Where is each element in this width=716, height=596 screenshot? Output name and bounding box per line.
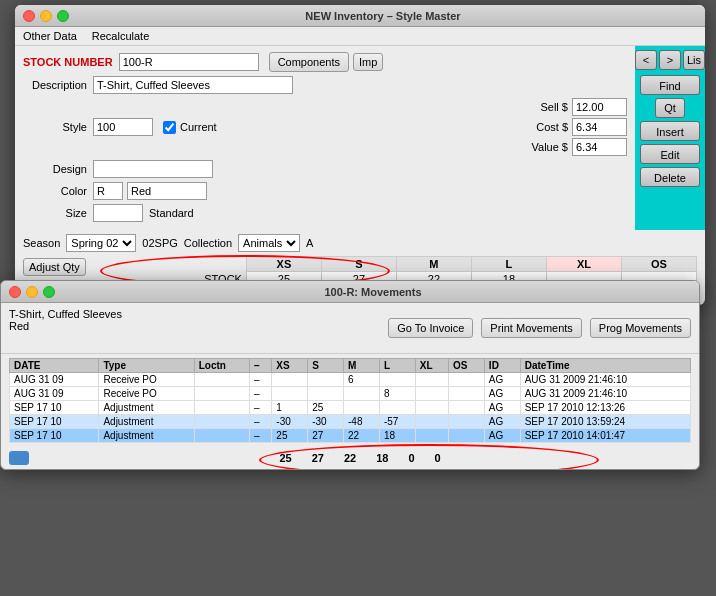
table-cell: 8 [379,387,415,401]
movements-minimize[interactable] [26,286,38,298]
table-cell [415,415,448,429]
season-code: 02SPG [142,237,177,249]
table-cell: – [250,429,272,443]
col-xl: XL [415,359,448,373]
table-cell [272,387,308,401]
value-label: Value $ [522,141,572,153]
table-cell [308,373,344,387]
season-select[interactable]: Spring 02 [66,234,136,252]
list-button-top[interactable]: Lis [683,50,705,70]
table-cell: SEP 17 10 [10,401,99,415]
table-cell: AG [484,387,520,401]
table-cell: -57 [379,415,415,429]
value-input[interactable] [572,138,627,156]
col-id: ID [484,359,520,373]
maximize-button[interactable] [57,10,69,22]
collection-code: A [306,237,313,249]
table-cell [344,401,380,415]
table-cell: AG [484,429,520,443]
menu-recalculate[interactable]: Recalculate [92,30,149,42]
col-date: DATE [10,359,99,373]
table-cell [449,373,485,387]
movements-traffic-lights [9,286,55,298]
total-xs: 25 [279,452,291,464]
prog-movements-button[interactable]: Prog Movements [590,318,691,338]
stock-number-row: STOCK NUMBER Components Imp [23,52,627,72]
movements-color: Red [9,320,380,332]
total-m: 22 [344,452,356,464]
col-s: S [308,359,344,373]
table-cell: AG [484,415,520,429]
total-s: 27 [312,452,324,464]
find-button[interactable]: Find [640,75,700,95]
table-cell [194,401,249,415]
imp-button[interactable]: Imp [353,53,383,71]
table-cell: 6 [344,373,380,387]
close-button[interactable] [23,10,35,22]
menu-other-data[interactable]: Other Data [23,30,77,42]
scroll-indicator[interactable] [9,451,29,465]
adjust-qty-button[interactable]: Adjust Qty [23,258,86,276]
col-type: Type [99,359,194,373]
table-cell: -30 [272,415,308,429]
description-input[interactable] [93,76,293,94]
table-cell: – [250,373,272,387]
col-xs: XS [272,359,308,373]
table-cell [194,429,249,443]
table-cell: – [250,401,272,415]
current-checkbox-row: Current [163,121,217,134]
table-cell: Adjustment [99,401,194,415]
next-button[interactable]: > [659,50,681,70]
col-loctn: Loctn [194,359,249,373]
table-cell: – [250,415,272,429]
right-panel: < > Lis Find Qt Insert Edit Delete [635,46,705,230]
table-cell [194,415,249,429]
movements-maximize[interactable] [43,286,55,298]
size-header-xl: XL [546,257,621,272]
delete-button[interactable]: Delete [640,167,700,187]
current-label: Current [180,121,217,133]
table-cell: 25 [272,429,308,443]
edit-button[interactable]: Edit [640,144,700,164]
design-input[interactable] [93,160,213,178]
stock-number-input[interactable] [119,53,259,71]
cost-input[interactable] [572,118,627,136]
movements-footer: 25 27 22 18 0 0 [1,447,699,469]
movements-close[interactable] [9,286,21,298]
style-input[interactable] [93,118,153,136]
title-bar: NEW Inventory – Style Master [15,5,705,27]
collection-select[interactable]: Animals [238,234,300,252]
table-cell: Adjustment [99,429,194,443]
minimize-button[interactable] [40,10,52,22]
table-cell: -30 [308,415,344,429]
sell-input[interactable] [572,98,627,116]
total-xl: 0 [408,452,414,464]
window-title: NEW Inventory – Style Master [69,10,697,22]
menu-bar: Other Data Recalculate [15,27,705,46]
table-cell: SEP 17 10 [10,429,99,443]
print-movements-button[interactable]: Print Movements [481,318,582,338]
size-header-os: OS [621,257,696,272]
col-dash: – [250,359,272,373]
total-os: 0 [435,452,441,464]
size-header-m: M [396,257,471,272]
color-row: Color [23,182,627,200]
current-checkbox[interactable] [163,121,176,134]
description-row: Description [23,76,627,94]
cost-label: Cost $ [522,121,572,133]
table-cell [415,401,448,415]
qt-button[interactable]: Qt [655,98,685,118]
insert-button[interactable]: Insert [640,121,700,141]
table-cell: – [250,387,272,401]
table-cell: AUG 31 09 [10,373,99,387]
table-cell [449,415,485,429]
color-code-input[interactable] [93,182,123,200]
components-button[interactable]: Components [269,52,349,72]
table-cell [308,387,344,401]
go-to-invoice-button[interactable]: Go To Invoice [388,318,473,338]
size-row: Size Standard [23,204,627,222]
size-input[interactable] [93,204,143,222]
total-l: 18 [376,452,388,464]
color-name-input[interactable] [127,182,207,200]
prev-button[interactable]: < [635,50,657,70]
